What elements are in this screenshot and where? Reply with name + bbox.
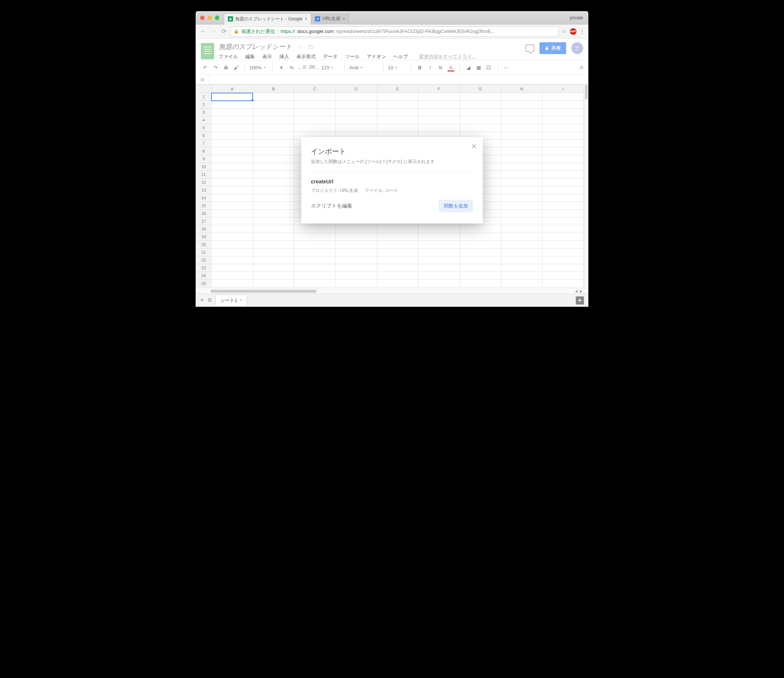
- cell[interactable]: [543, 93, 584, 101]
- cell[interactable]: [377, 225, 418, 233]
- row-header[interactable]: 2: [196, 101, 212, 109]
- row-header[interactable]: 13: [196, 187, 212, 194]
- menu-view[interactable]: 表示: [262, 53, 272, 60]
- cell[interactable]: [459, 257, 501, 264]
- forward-button[interactable]: →: [210, 28, 217, 35]
- cell[interactable]: [543, 249, 584, 257]
- reload-button[interactable]: ⟳: [220, 28, 227, 35]
- cell[interactable]: [212, 233, 253, 241]
- cell[interactable]: [377, 233, 418, 241]
- cell[interactable]: [294, 257, 336, 264]
- cell[interactable]: [377, 280, 418, 288]
- cell[interactable]: [212, 155, 253, 163]
- cell[interactable]: [253, 272, 294, 280]
- cell[interactable]: [418, 272, 460, 280]
- cell[interactable]: [377, 93, 418, 101]
- cell[interactable]: [294, 109, 336, 116]
- cell[interactable]: [253, 218, 294, 225]
- cell[interactable]: [418, 249, 460, 257]
- cell[interactable]: [336, 280, 377, 288]
- cell[interactable]: [418, 280, 460, 288]
- row-header[interactable]: 7: [196, 140, 212, 148]
- bookmark-star-icon[interactable]: ☆: [562, 28, 567, 35]
- browser-tab-sheets[interactable]: ▦ 無題のスプレッドシート - Google ×: [224, 13, 311, 25]
- cell[interactable]: [212, 249, 253, 257]
- cell[interactable]: [253, 187, 294, 194]
- cell[interactable]: [253, 264, 294, 272]
- cell[interactable]: [336, 257, 377, 264]
- cell[interactable]: [501, 187, 543, 194]
- cell[interactable]: [543, 155, 584, 163]
- cell[interactable]: [377, 264, 418, 272]
- cell[interactable]: [459, 124, 501, 132]
- cell[interactable]: [253, 249, 294, 257]
- cell[interactable]: [212, 171, 253, 179]
- adblock-icon[interactable]: ABP: [570, 28, 577, 35]
- cell[interactable]: [253, 124, 294, 132]
- cell[interactable]: [543, 109, 584, 116]
- row-header[interactable]: 8: [196, 148, 212, 155]
- cell[interactable]: [253, 163, 294, 171]
- print-button[interactable]: 🖶: [222, 65, 230, 70]
- cell[interactable]: [543, 148, 584, 155]
- move-folder-icon[interactable]: 🗀: [308, 44, 314, 50]
- cell[interactable]: [459, 116, 501, 124]
- cell[interactable]: [294, 124, 336, 132]
- cell[interactable]: [336, 109, 377, 116]
- row-header[interactable]: 3: [196, 109, 212, 116]
- cell[interactable]: [336, 264, 377, 272]
- cell[interactable]: [212, 257, 253, 264]
- close-modal-button[interactable]: ✕: [471, 142, 477, 151]
- percent-button[interactable]: %: [288, 65, 296, 70]
- italic-button[interactable]: I: [426, 65, 434, 70]
- row-header[interactable]: 20: [196, 241, 212, 249]
- cell[interactable]: [377, 249, 418, 257]
- cell[interactable]: [543, 280, 584, 288]
- row-header[interactable]: 5: [196, 124, 212, 132]
- cell[interactable]: [418, 124, 460, 132]
- cell[interactable]: [294, 241, 336, 249]
- cell[interactable]: [543, 187, 584, 194]
- cell[interactable]: [253, 148, 294, 155]
- cell[interactable]: [294, 264, 336, 272]
- cell[interactable]: [459, 280, 501, 288]
- menu-addons[interactable]: アドオン: [367, 53, 386, 60]
- row-header[interactable]: 10: [196, 163, 212, 171]
- back-button[interactable]: ←: [199, 28, 207, 35]
- cell[interactable]: [501, 148, 543, 155]
- cell[interactable]: [418, 101, 460, 109]
- cell[interactable]: [459, 264, 501, 272]
- menu-format[interactable]: 表示形式: [296, 53, 316, 60]
- row-header[interactable]: 17: [196, 218, 212, 225]
- cell[interactable]: [501, 264, 543, 272]
- scrollbar-thumb[interactable]: [210, 290, 316, 293]
- row-header[interactable]: 21: [196, 249, 212, 257]
- menu-file[interactable]: ファイル: [219, 53, 238, 60]
- row-header[interactable]: 12: [196, 179, 212, 187]
- cell[interactable]: [294, 280, 336, 288]
- zoom-dropdown[interactable]: 100%▼: [249, 65, 268, 70]
- cell[interactable]: [336, 241, 377, 249]
- cell[interactable]: [501, 272, 543, 280]
- cell[interactable]: [501, 171, 543, 179]
- menu-insert[interactable]: 挿入: [279, 53, 289, 60]
- cell[interactable]: [212, 179, 253, 187]
- cell[interactable]: [543, 140, 584, 148]
- bold-button[interactable]: B: [416, 65, 424, 70]
- cell[interactable]: [543, 264, 584, 272]
- cell[interactable]: [377, 109, 418, 116]
- cell[interactable]: [212, 109, 253, 116]
- menu-help[interactable]: ヘルプ: [394, 53, 408, 60]
- column-header[interactable]: D: [336, 85, 377, 93]
- cell[interactable]: [212, 132, 253, 140]
- cell[interactable]: [543, 101, 584, 109]
- cell[interactable]: [212, 241, 253, 249]
- cell[interactable]: [253, 194, 294, 202]
- cell[interactable]: [543, 210, 584, 218]
- cell[interactable]: [377, 116, 418, 124]
- cell[interactable]: [543, 218, 584, 225]
- cell[interactable]: [253, 179, 294, 187]
- browser-tab-url[interactable]: ➜ URL生成 ×: [311, 13, 349, 25]
- cell[interactable]: [501, 249, 543, 257]
- cell[interactable]: [294, 249, 336, 257]
